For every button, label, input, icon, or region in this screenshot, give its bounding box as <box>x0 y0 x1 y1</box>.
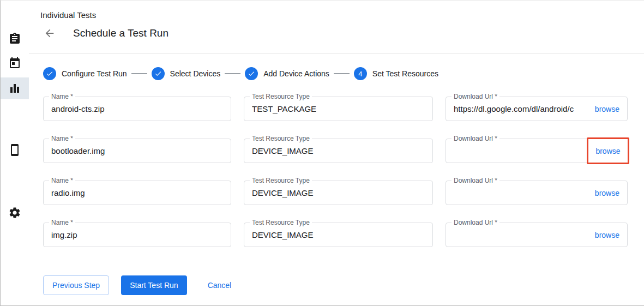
name-field[interactable]: Name * android-cts.zip <box>43 97 231 121</box>
back-button[interactable] <box>43 26 57 40</box>
app-window: Individual Tests Schedule a Test Run Con… <box>0 0 644 306</box>
resource-type-value: DEVICE_IMAGE <box>252 146 425 155</box>
step-connector <box>334 73 350 74</box>
step-connector <box>225 73 240 74</box>
download-url-field[interactable]: Download Url * browse <box>446 223 628 247</box>
sidebar-item-devices[interactable] <box>1 139 29 161</box>
name-field-label: Name * <box>49 219 75 226</box>
browse-link[interactable]: browse <box>595 105 619 113</box>
download-url-field[interactable]: Download Url * browse <box>446 181 628 205</box>
step-add-device-actions[interactable]: Add Device Actions <box>245 67 329 80</box>
download-url-field[interactable]: Download Url * https://dl.google.com/dl/… <box>446 97 628 121</box>
step-complete-check-icon <box>152 67 165 80</box>
main-content: Individual Tests Schedule a Test Run Con… <box>29 1 644 295</box>
name-field-label: Name * <box>49 93 75 100</box>
bar-chart-icon <box>8 82 21 95</box>
resource-type-label: Test Resource Type <box>250 93 312 100</box>
resource-type-label: Test Resource Type <box>250 219 312 226</box>
cancel-button[interactable]: Cancel <box>199 275 240 295</box>
browse-link[interactable]: browse <box>595 189 619 197</box>
step-configure-test-run[interactable]: Configure Test Run <box>43 67 127 80</box>
sidebar-item-schedule[interactable] <box>1 52 29 74</box>
resource-type-label: Test Resource Type <box>250 135 312 142</box>
step-connector <box>131 73 147 74</box>
test-resources-form: Name * android-cts.zip Test Resource Typ… <box>43 97 630 247</box>
name-field-value: radio.img <box>51 188 223 197</box>
step-label: Add Device Actions <box>263 69 329 78</box>
resource-type-field[interactable]: Test Resource Type TEST_PACKAGE <box>244 97 433 121</box>
resource-type-field[interactable]: Test Resource Type DEVICE_IMAGE <box>244 139 433 163</box>
form-actions: Previous Step Start Test Run Cancel <box>43 275 644 295</box>
name-field-value: bootloader.img <box>51 146 223 155</box>
browse-link[interactable]: browse <box>595 231 619 239</box>
download-url-value: https://dl.google.com/dl/android/c <box>454 104 592 113</box>
sidebar-item-test-plans[interactable] <box>1 28 29 50</box>
step-label: Set Test Resources <box>372 69 438 78</box>
page-title: Schedule a Test Run <box>73 27 168 39</box>
previous-step-button[interactable]: Previous Step <box>43 275 109 295</box>
name-field[interactable]: Name * bootloader.img <box>43 139 231 163</box>
smartphone-icon <box>8 143 21 157</box>
gear-icon <box>8 206 21 219</box>
download-url-label: Download Url * <box>452 135 499 142</box>
browse-link[interactable]: browse <box>595 147 620 155</box>
resource-type-value: DEVICE_IMAGE <box>252 230 425 239</box>
assignment-icon <box>8 32 21 45</box>
step-label: Configure Test Run <box>62 69 127 78</box>
name-field-value: img.zip <box>51 230 223 239</box>
page-header: Individual Tests Schedule a Test Run <box>29 1 644 53</box>
resource-type-field[interactable]: Test Resource Type DEVICE_IMAGE <box>244 181 433 205</box>
step-number-badge: 4 <box>354 67 367 80</box>
name-field-label: Name * <box>49 177 75 184</box>
download-url-label: Download Url * <box>452 93 499 100</box>
sidebar-item-settings[interactable] <box>1 202 29 224</box>
highlight-annotation-box: browse <box>587 137 629 164</box>
step-complete-check-icon <box>43 67 56 80</box>
download-url-field[interactable]: Download Url * browse <box>446 139 628 163</box>
sidebar-item-test-results[interactable] <box>1 77 29 99</box>
name-field-label: Name * <box>49 135 75 142</box>
step-complete-check-icon <box>245 67 258 80</box>
name-field-value: android-cts.zip <box>51 104 223 113</box>
resource-type-field[interactable]: Test Resource Type DEVICE_IMAGE <box>244 223 433 247</box>
download-url-label: Download Url * <box>452 219 499 226</box>
breadcrumb: Individual Tests <box>40 10 644 20</box>
arrow-back-icon <box>44 27 56 39</box>
calendar-icon <box>8 57 21 70</box>
download-url-label: Download Url * <box>452 177 499 184</box>
sidebar <box>1 1 29 305</box>
step-set-test-resources[interactable]: 4 Set Test Resources <box>354 67 438 80</box>
step-select-devices[interactable]: Select Devices <box>152 67 221 80</box>
start-test-run-button[interactable]: Start Test Run <box>121 275 186 295</box>
name-field[interactable]: Name * img.zip <box>43 223 231 247</box>
stepper: Configure Test Run Select Devices Add De… <box>43 67 644 80</box>
step-label: Select Devices <box>170 69 221 78</box>
resource-type-label: Test Resource Type <box>250 177 312 184</box>
resource-type-value: TEST_PACKAGE <box>252 104 425 113</box>
name-field[interactable]: Name * radio.img <box>43 181 231 205</box>
resource-type-value: DEVICE_IMAGE <box>252 188 425 197</box>
